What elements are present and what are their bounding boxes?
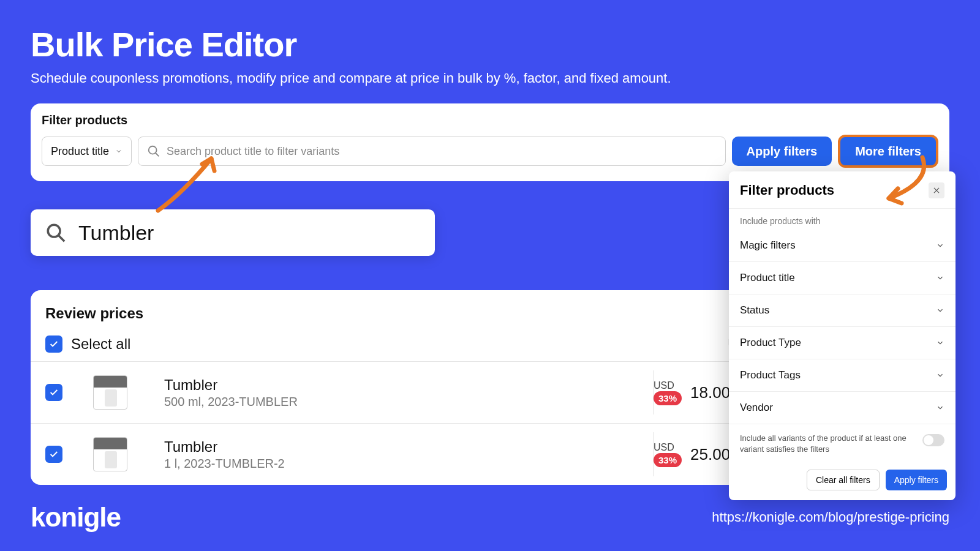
chevron-down-icon — [936, 403, 944, 412]
check-icon — [49, 339, 59, 349]
apply-filters-button[interactable]: Apply filters — [732, 137, 832, 166]
check-icon — [49, 388, 59, 397]
chevron-down-icon — [936, 274, 944, 282]
discount-badge: 33% — [654, 391, 682, 405]
currency-label: USD — [654, 442, 674, 453]
product-title: Tumbler — [164, 438, 653, 455]
filter-field-select-label: Product title — [51, 145, 109, 158]
svg-line-1 — [156, 153, 159, 157]
filter-card-label: Filter products — [42, 113, 938, 127]
product-thumbnail — [93, 375, 127, 410]
search-input[interactable] — [167, 145, 717, 158]
search-icon — [147, 144, 160, 158]
select-all-label: Select all — [71, 335, 130, 353]
include-variants-toggle[interactable] — [922, 434, 944, 446]
product-title: Tumbler — [164, 377, 653, 394]
clear-filters-button[interactable]: Clear all filters — [807, 470, 880, 490]
chevron-down-icon — [936, 306, 944, 315]
search-input-wrap[interactable] — [138, 137, 726, 166]
product-subtitle: 1 l, 2023-TUMBLER-2 — [164, 457, 653, 471]
unit-price-value: 25.00 — [690, 445, 730, 464]
apply-filters-panel-button[interactable]: Apply filters — [886, 470, 947, 490]
include-variants-text: Include all variants of the product if a… — [740, 433, 915, 455]
filter-accordion-item[interactable]: Product Type — [729, 327, 956, 359]
discount-badge: 33% — [654, 453, 682, 467]
unit-price-value: 18.00 — [690, 383, 730, 402]
row-checkbox[interactable] — [45, 446, 62, 463]
filter-accordion-item[interactable]: Product Tags — [729, 359, 956, 392]
chevron-down-icon — [936, 339, 944, 347]
search-callout-text: Tumbler — [78, 221, 154, 245]
chevron-down-icon — [936, 241, 944, 250]
svg-point-2 — [48, 225, 60, 237]
currency-label: USD — [654, 380, 674, 391]
more-filters-button[interactable]: More filters — [838, 135, 938, 168]
check-icon — [49, 449, 59, 459]
filter-accordion-label: Status — [740, 304, 769, 317]
search-icon — [45, 222, 66, 243]
chevron-down-icon — [115, 148, 123, 155]
filter-accordion-label: Magic filters — [740, 239, 796, 252]
filter-accordion-label: Product title — [740, 272, 795, 284]
select-all-checkbox[interactable] — [45, 335, 62, 353]
svg-line-3 — [58, 235, 64, 241]
page-subtitle: Schedule couponless promotions, modify p… — [31, 70, 949, 86]
filter-accordion-item[interactable]: Magic filters — [729, 230, 956, 262]
close-icon — [932, 186, 941, 195]
filter-panel-title: Filter products — [740, 182, 834, 198]
chevron-down-icon — [936, 371, 944, 380]
filter-accordion-label: Vendor — [740, 402, 773, 414]
product-thumbnail — [93, 437, 127, 471]
filter-accordion-item[interactable]: Product title — [729, 262, 956, 294]
svg-point-0 — [149, 146, 157, 154]
filter-panel-subtitle: Include products with — [729, 208, 956, 230]
product-subtitle: 500 ml, 2023-TUMBLER — [164, 395, 653, 409]
filter-accordion-item[interactable]: Status — [729, 294, 956, 327]
filter-card: Filter products Product title Apply filt… — [31, 103, 949, 181]
page-title: Bulk Price Editor — [31, 24, 949, 64]
brand-logo: konigle — [31, 502, 121, 533]
filter-field-select[interactable]: Product title — [42, 137, 132, 166]
filter-accordion-item[interactable]: Vendor — [729, 392, 956, 424]
search-callout: Tumbler — [31, 209, 435, 256]
filter-accordion-label: Product Tags — [740, 369, 801, 381]
filter-accordion-label: Product Type — [740, 337, 801, 349]
row-checkbox[interactable] — [45, 384, 62, 401]
close-panel-button[interactable] — [929, 182, 944, 198]
filter-panel: Filter products Include products with Ma… — [729, 171, 956, 500]
source-url: https://konigle.com/blog/prestige-pricin… — [712, 509, 949, 525]
